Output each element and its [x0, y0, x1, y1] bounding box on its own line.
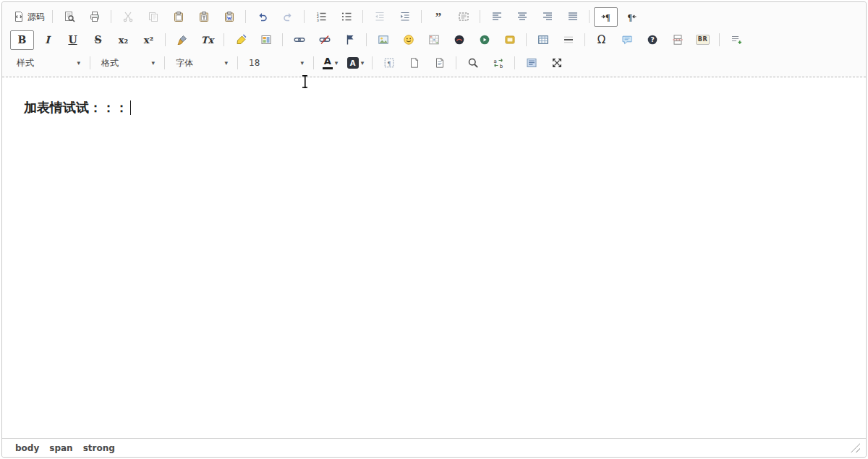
unlink-button[interactable] — [312, 30, 336, 50]
increase-indent-button[interactable] — [393, 7, 417, 27]
paragraph-format-combo[interactable]: 格式▾ — [95, 54, 159, 72]
about-icon: ? — [647, 34, 658, 46]
cut-icon — [122, 11, 134, 22]
copy-button[interactable] — [141, 7, 165, 27]
toolbar-separator — [456, 56, 456, 69]
placeholder-button[interactable] — [724, 30, 748, 50]
marker-icon — [235, 34, 247, 46]
toolbar-separator — [52, 10, 53, 23]
special-character-button[interactable]: Ω — [590, 30, 613, 50]
superscript-button[interactable]: x² — [137, 30, 161, 50]
text-color-button[interactable]: A▾ — [318, 53, 342, 73]
page-break-icon — [672, 34, 684, 46]
select-all-button[interactable] — [519, 53, 543, 73]
page-break-button[interactable] — [665, 30, 689, 50]
new-page-icon — [409, 57, 420, 69]
toolbar-separator — [245, 10, 246, 23]
replace-button[interactable]: ab — [486, 53, 510, 73]
new-page-button[interactable] — [402, 53, 426, 73]
toolbar-separator — [514, 56, 515, 69]
toolbar-separator — [584, 33, 585, 46]
chevron-down-icon: ▾ — [224, 60, 228, 67]
bulleted-list-button[interactable] — [334, 7, 358, 27]
background-color-button[interactable]: A▾ — [344, 53, 367, 73]
templates-button[interactable] — [254, 30, 278, 50]
blockquote-button[interactable]: ” — [426, 7, 450, 27]
paste-from-word-button[interactable] — [217, 7, 241, 27]
subscript-button[interactable]: x₂ — [111, 30, 135, 50]
paste-text-icon — [198, 11, 210, 22]
element-path-strong[interactable]: strong — [83, 443, 115, 453]
link-button[interactable] — [287, 30, 311, 50]
paste-plain-text-button[interactable] — [192, 7, 216, 27]
styles-combo[interactable]: 样式▾ — [11, 54, 85, 72]
find-button[interactable] — [461, 53, 485, 73]
about-button[interactable]: ? — [640, 30, 664, 50]
smiley-icon — [403, 34, 414, 46]
undo-button[interactable] — [250, 7, 274, 27]
toolbar-separator — [224, 33, 224, 46]
toolbar-separator — [372, 56, 373, 69]
background-color-swatch: A — [347, 57, 359, 69]
div-container-button[interactable] — [451, 7, 475, 27]
smiley-button[interactable] — [396, 30, 420, 50]
line-break-button[interactable]: BR — [691, 30, 715, 50]
toolbar-separator — [526, 33, 527, 46]
table-button[interactable] — [531, 30, 555, 50]
flash-button[interactable] — [447, 30, 471, 50]
divbox-icon — [458, 11, 469, 22]
chevron-down-icon: ▾ — [151, 60, 155, 67]
numbered-list-button[interactable]: 123 — [309, 7, 333, 27]
image-button[interactable] — [371, 30, 395, 50]
comment-button[interactable] — [615, 30, 639, 50]
remove-format-button[interactable]: Tx — [195, 30, 219, 50]
line-break-label: BR — [696, 35, 710, 45]
source-label: 源码 — [27, 12, 45, 21]
show-blocks-button[interactable]: ¶ — [377, 53, 401, 73]
element-path-span[interactable]: span — [49, 443, 72, 453]
align-right-button[interactable] — [535, 7, 559, 27]
toolbar-separator — [421, 10, 422, 23]
emoji-panel-button[interactable] — [422, 30, 446, 50]
font-family-combo[interactable]: 字体▾ — [170, 54, 232, 72]
decrease-indent-button[interactable] — [367, 7, 391, 27]
strikethrough-label: S — [94, 35, 101, 45]
doc-props-icon — [434, 57, 446, 69]
text-direction-rtl-button[interactable]: ¶ — [619, 7, 643, 27]
redo-button[interactable] — [276, 7, 299, 27]
dir-rtl-icon: ¶ — [626, 11, 637, 22]
font-size-combo[interactable]: 18▾ — [243, 54, 308, 72]
copy-formatting-button[interactable] — [170, 30, 194, 50]
resize-handle[interactable] — [851, 443, 860, 452]
list-num-icon: 123 — [315, 11, 327, 22]
flash-icon — [454, 34, 465, 46]
media-button[interactable] — [472, 30, 496, 50]
print-button[interactable] — [82, 7, 106, 27]
iframe-button[interactable] — [498, 30, 522, 50]
svg-text:¶: ¶ — [605, 12, 609, 22]
document-properties-button[interactable] — [427, 53, 451, 73]
redo-icon — [282, 11, 294, 22]
align-left-button[interactable] — [485, 7, 509, 27]
maximize-button[interactable] — [545, 53, 569, 73]
underline-button[interactable]: U — [61, 30, 85, 50]
element-path-body[interactable]: body — [15, 443, 39, 453]
toolbar-separator — [237, 56, 238, 69]
strikethrough-button[interactable]: S — [86, 30, 110, 50]
bold-button[interactable]: B — [10, 30, 34, 50]
italic-button[interactable]: I — [35, 30, 59, 50]
content-paragraph: 加表情试试：：： — [24, 99, 851, 116]
horizontal-rule-button[interactable] — [556, 30, 580, 50]
toolbar-separator — [282, 33, 283, 46]
print-icon — [89, 11, 101, 22]
highlight-button[interactable] — [229, 30, 252, 50]
preview-button[interactable] — [57, 7, 81, 27]
align-center-button[interactable] — [510, 7, 534, 27]
paste-button[interactable] — [166, 7, 190, 27]
cut-button[interactable] — [116, 7, 140, 27]
align-justify-button[interactable] — [561, 7, 584, 27]
anchor-button[interactable] — [338, 30, 362, 50]
editing-area[interactable]: 加表情试试：：： — [2, 77, 866, 438]
text-direction-ltr-button[interactable]: ¶ — [594, 7, 618, 27]
source-button[interactable]: 源码 — [10, 7, 48, 27]
